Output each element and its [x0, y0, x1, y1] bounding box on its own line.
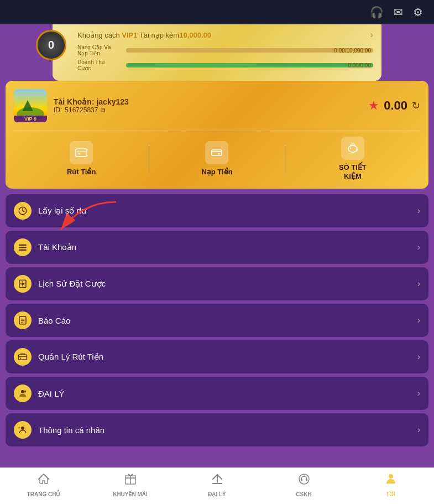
- profile-info: Tài Khoản: jacky123 ID: 516725837 ⧉: [54, 97, 362, 114]
- headphone-icon[interactable]: 🎧: [370, 6, 384, 19]
- profile-card: VIP 0 Tài Khoản: jacky123 ID: 516725837 …: [6, 81, 428, 189]
- lich-su-dat-cuoc-chevron: ›: [417, 279, 420, 289]
- lay-lai-so-du-chevron: ›: [417, 206, 420, 216]
- nav-khuyen-mai[interactable]: KHUYẾN MÃI: [87, 472, 174, 497]
- upgrade-progress-value: 0.00/10,000.00: [334, 48, 371, 54]
- vip-level-label: VIP 0: [14, 116, 47, 122]
- rut-tien-icon: [70, 141, 93, 164]
- revenue-progress-bar: 0.00/0.00: [126, 63, 373, 67]
- vip-badge: 0: [36, 30, 66, 60]
- nav-dai-ly[interactable]: ĐẠI LÝ: [174, 472, 260, 497]
- svg-rect-12: [19, 245, 27, 246]
- bao-cao-icon: [14, 311, 32, 329]
- upgrade-label: Năng Cấp Và Nạp Tiền: [77, 44, 122, 56]
- svg-point-31: [389, 474, 393, 479]
- svg-point-8: [350, 148, 351, 149]
- nav-cskh[interactable]: CSKH: [260, 472, 347, 497]
- profile-id: ID: 516725837 ⧉: [54, 106, 362, 114]
- vip-card: 0 Khoảng cách VIP1 Tái nạp kém10,000.00 …: [53, 24, 381, 81]
- svg-point-7: [348, 146, 357, 152]
- svg-point-5: [79, 153, 80, 155]
- star-icon: ★: [368, 98, 379, 113]
- svg-rect-9: [352, 152, 354, 153]
- refresh-icon[interactable]: ↻: [412, 100, 420, 112]
- bottom-nav: TRANG CHỦ KHUYẾN MÃI ĐẠI LÝ: [0, 467, 434, 504]
- lay-lai-so-du-text: Lấy lại số dư: [38, 206, 87, 216]
- rut-tien-label: Rút Tiền: [67, 168, 96, 176]
- bao-cao-text: Báo Cáo: [38, 316, 70, 325]
- home-icon: [37, 472, 50, 489]
- dai-ly-text: ĐAI LÝ: [38, 389, 65, 398]
- nav-trang-chu[interactable]: TRANG CHỦ: [0, 472, 87, 497]
- nap-tien-button[interactable]: Nạp Tiền: [149, 141, 284, 176]
- menu-item-thong-tin-ca-nhan[interactable]: Thông tin cá nhân ›: [6, 413, 428, 446]
- mail-icon[interactable]: ✉: [394, 6, 403, 19]
- copy-id-icon[interactable]: ⧉: [101, 106, 106, 114]
- quan-ly-rut-tien-text: Quản Lý Rút Tiền: [38, 352, 103, 362]
- svg-rect-26: [19, 427, 20, 428]
- svg-point-23: [21, 390, 24, 393]
- menu-item-lay-lai-so-du[interactable]: Lấy lại số dư ›: [6, 194, 428, 227]
- revenue-progress-row: Doanh Thu Cược 0.00/0.00: [77, 59, 373, 71]
- share-icon: [211, 472, 224, 489]
- nav-toi-label: TÔI: [386, 491, 395, 497]
- svg-point-6: [218, 153, 220, 155]
- lay-lai-so-du-icon: [14, 202, 32, 220]
- thong-tin-ca-nhan-icon: [14, 421, 32, 439]
- svg-rect-13: [19, 247, 27, 248]
- svg-point-25: [21, 427, 24, 430]
- menu-item-lich-su-dat-cuoc[interactable]: Lịch Sử Đặt Cược ›: [6, 267, 428, 300]
- top-bar: 🎧 ✉ ⚙: [0, 0, 434, 24]
- profile-username: Tài Khoản: jacky123: [54, 97, 362, 106]
- avatar: VIP 0: [14, 89, 47, 122]
- settings-icon[interactable]: ⚙: [413, 6, 423, 19]
- nav-khuyen-mai-label: KHUYẾN MÃI: [113, 491, 148, 497]
- svg-rect-14: [19, 250, 27, 251]
- balance-amount: 0.00: [384, 98, 407, 113]
- bao-cao-chevron: ›: [417, 315, 420, 325]
- vip-card-title: Khoảng cách VIP1 Tái nạp kém10,000.00: [77, 31, 211, 39]
- so-tiet-kiem-label: SÒ TIẾT KIỆM: [339, 163, 367, 180]
- lich-su-dat-cuoc-icon: [14, 275, 32, 293]
- menu-list: Lấy lại số dư › Tài Khoản ›: [6, 194, 428, 446]
- quan-ly-rut-tien-icon: [14, 348, 32, 366]
- menu-item-dai-ly[interactable]: ĐAI LÝ ›: [6, 377, 428, 410]
- so-tiet-kiem-button[interactable]: SÒ TIẾT KIỆM: [285, 137, 420, 180]
- svg-rect-3: [76, 149, 87, 157]
- menu-item-quan-ly-rut-tien[interactable]: Quản Lý Rút Tiền ›: [6, 340, 428, 373]
- nav-trang-chu-label: TRANG CHỦ: [27, 491, 60, 497]
- nav-dai-ly-label: ĐẠI LÝ: [208, 491, 226, 497]
- svg-point-28: [299, 474, 309, 484]
- revenue-progress-value: 0.00/0.00: [348, 63, 371, 69]
- svg-rect-30: [306, 479, 307, 481]
- upgrade-progress-bar: 0.00/10,000.00: [126, 48, 373, 53]
- rut-tien-button[interactable]: Rút Tiền: [14, 141, 149, 176]
- svg-rect-21: [19, 355, 27, 360]
- nap-tien-icon: [205, 141, 228, 164]
- tai-khoan-icon: [14, 238, 32, 256]
- svg-rect-4: [77, 151, 86, 152]
- upgrade-progress-row: Năng Cấp Và Nạp Tiền 0.00/10,000.00: [77, 44, 373, 56]
- nav-toi[interactable]: TÔI: [347, 472, 434, 497]
- tai-khoan-chevron: ›: [417, 242, 420, 252]
- tai-khoan-text: Tài Khoản: [38, 242, 76, 252]
- nap-tien-label: Nạp Tiền: [201, 168, 232, 176]
- so-tiet-kiem-icon: [341, 137, 364, 160]
- actions-row: Rút Tiền Nạp Tiền: [14, 131, 420, 180]
- quan-ly-rut-tien-chevron: ›: [417, 352, 420, 362]
- gift-icon: [124, 472, 137, 489]
- dai-ly-chevron: ›: [417, 388, 420, 398]
- menu-item-bao-cao[interactable]: Báo Cáo ›: [6, 304, 428, 337]
- person-icon: [384, 472, 398, 489]
- svg-rect-29: [301, 479, 302, 481]
- lich-su-dat-cuoc-text: Lịch Sử Đặt Cược: [38, 279, 106, 289]
- balance-area: ★ 0.00 ↻: [368, 98, 420, 113]
- dai-ly-icon: [14, 385, 32, 402]
- revenue-label: Doanh Thu Cược: [77, 59, 122, 71]
- thong-tin-ca-nhan-chevron: ›: [417, 425, 420, 435]
- vip-chevron-icon[interactable]: ›: [370, 30, 373, 40]
- cskh-icon: [297, 472, 311, 489]
- menu-item-tai-khoan[interactable]: Tài Khoản ›: [6, 231, 428, 264]
- nav-cskh-label: CSKH: [296, 491, 311, 497]
- svg-point-24: [24, 391, 27, 393]
